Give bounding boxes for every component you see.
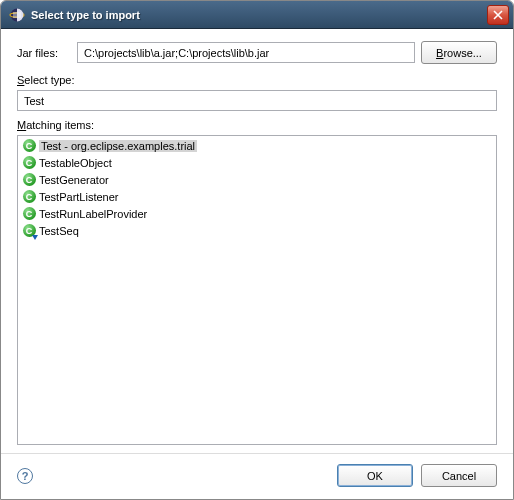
matching-items-list[interactable]: CTest - org.eclipse.examples.trialCTesta… bbox=[17, 135, 497, 445]
cancel-button[interactable]: Cancel bbox=[421, 464, 497, 487]
dialog-footer: ? OK Cancel bbox=[1, 453, 513, 499]
list-item-label: TestPartListener bbox=[39, 191, 118, 203]
jar-files-label: Jar files: bbox=[17, 47, 77, 59]
list-item-label: TestSeq bbox=[39, 225, 79, 237]
list-item[interactable]: CTestGenerator bbox=[19, 171, 495, 188]
list-item[interactable]: CTestSeq bbox=[19, 222, 495, 239]
class-c-icon: C bbox=[21, 223, 37, 239]
list-item[interactable]: CTest - org.eclipse.examples.trial bbox=[19, 137, 495, 154]
class-c-icon: C bbox=[21, 138, 37, 154]
dialog-window: Select type to import Jar files: Browse.… bbox=[0, 0, 514, 500]
eclipse-icon bbox=[9, 7, 25, 23]
list-item-label: TestRunLabelProvider bbox=[39, 208, 147, 220]
select-type-label: Select type: bbox=[17, 74, 497, 86]
list-item[interactable]: CTestRunLabelProvider bbox=[19, 205, 495, 222]
list-item-label: TestGenerator bbox=[39, 174, 109, 186]
list-item[interactable]: CTestPartListener bbox=[19, 188, 495, 205]
select-type-input[interactable] bbox=[17, 90, 497, 111]
class-c-icon: C bbox=[21, 155, 37, 171]
class-c-icon: C bbox=[21, 189, 37, 205]
list-item[interactable]: CTestableObject bbox=[19, 154, 495, 171]
browse-button[interactable]: Browse... bbox=[421, 41, 497, 64]
dialog-content: Jar files: Browse... Select type: Matchi… bbox=[1, 29, 513, 453]
class-c-icon: C bbox=[21, 206, 37, 222]
matching-items-label: Matching items: bbox=[17, 119, 497, 131]
ok-button[interactable]: OK bbox=[337, 464, 413, 487]
dialog-title: Select type to import bbox=[31, 9, 487, 21]
titlebar[interactable]: Select type to import bbox=[1, 1, 513, 29]
class-c-icon: C bbox=[21, 172, 37, 188]
jar-files-input[interactable] bbox=[77, 42, 415, 63]
list-item-label: TestableObject bbox=[39, 157, 112, 169]
close-button[interactable] bbox=[487, 5, 509, 25]
help-icon[interactable]: ? bbox=[17, 468, 33, 484]
jar-files-row: Jar files: Browse... bbox=[17, 41, 497, 64]
list-item-label: Test - org.eclipse.examples.trial bbox=[39, 140, 197, 152]
